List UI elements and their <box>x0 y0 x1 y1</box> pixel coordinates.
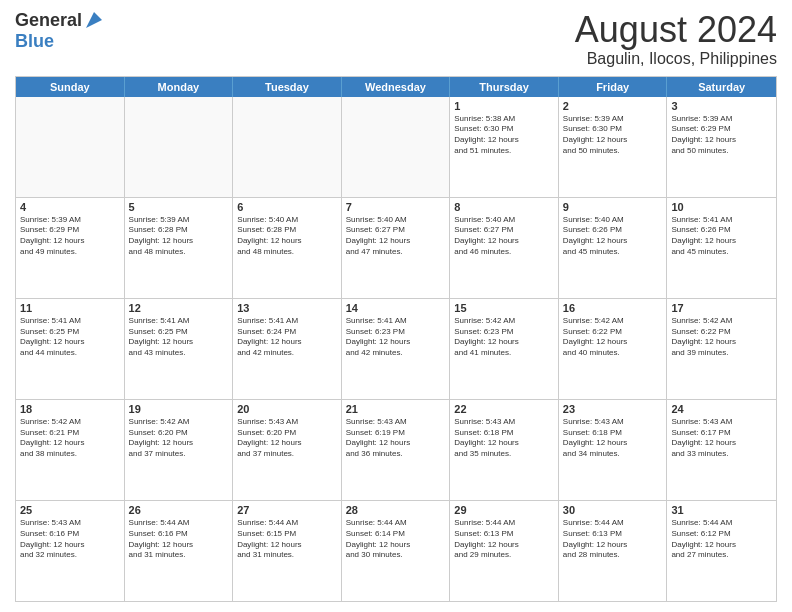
day-info: Sunrise: 5:42 AM Sunset: 6:23 PM Dayligh… <box>454 316 554 359</box>
day-info: Sunrise: 5:43 AM Sunset: 6:19 PM Dayligh… <box>346 417 446 460</box>
day-info: Sunrise: 5:41 AM Sunset: 6:26 PM Dayligh… <box>671 215 772 258</box>
day-info: Sunrise: 5:40 AM Sunset: 6:28 PM Dayligh… <box>237 215 337 258</box>
calendar-row: 1Sunrise: 5:38 AM Sunset: 6:30 PM Daylig… <box>16 97 776 198</box>
day-number: 27 <box>237 504 337 516</box>
day-info: Sunrise: 5:42 AM Sunset: 6:22 PM Dayligh… <box>671 316 772 359</box>
day-info: Sunrise: 5:42 AM Sunset: 6:21 PM Dayligh… <box>20 417 120 460</box>
day-info: Sunrise: 5:43 AM Sunset: 6:20 PM Dayligh… <box>237 417 337 460</box>
day-number: 12 <box>129 302 229 314</box>
calendar-cell: 24Sunrise: 5:43 AM Sunset: 6:17 PM Dayli… <box>667 400 776 500</box>
day-number: 25 <box>20 504 120 516</box>
day-number: 3 <box>671 100 772 112</box>
calendar-cell: 9Sunrise: 5:40 AM Sunset: 6:26 PM Daylig… <box>559 198 668 298</box>
day-number: 9 <box>563 201 663 213</box>
day-info: Sunrise: 5:43 AM Sunset: 6:18 PM Dayligh… <box>454 417 554 460</box>
calendar-cell: 26Sunrise: 5:44 AM Sunset: 6:16 PM Dayli… <box>125 501 234 601</box>
calendar-cell: 4Sunrise: 5:39 AM Sunset: 6:29 PM Daylig… <box>16 198 125 298</box>
calendar-cell: 22Sunrise: 5:43 AM Sunset: 6:18 PM Dayli… <box>450 400 559 500</box>
calendar-cell: 25Sunrise: 5:43 AM Sunset: 6:16 PM Dayli… <box>16 501 125 601</box>
calendar-row: 25Sunrise: 5:43 AM Sunset: 6:16 PM Dayli… <box>16 501 776 601</box>
day-number: 22 <box>454 403 554 415</box>
calendar-cell <box>233 97 342 197</box>
header: General Blue August 2024 Bagulin, Ilocos… <box>15 10 777 68</box>
day-number: 11 <box>20 302 120 314</box>
day-info: Sunrise: 5:42 AM Sunset: 6:22 PM Dayligh… <box>563 316 663 359</box>
calendar-cell: 11Sunrise: 5:41 AM Sunset: 6:25 PM Dayli… <box>16 299 125 399</box>
day-number: 5 <box>129 201 229 213</box>
day-number: 4 <box>20 201 120 213</box>
day-number: 18 <box>20 403 120 415</box>
calendar-cell: 18Sunrise: 5:42 AM Sunset: 6:21 PM Dayli… <box>16 400 125 500</box>
calendar-row: 18Sunrise: 5:42 AM Sunset: 6:21 PM Dayli… <box>16 400 776 501</box>
calendar-cell: 17Sunrise: 5:42 AM Sunset: 6:22 PM Dayli… <box>667 299 776 399</box>
day-info: Sunrise: 5:41 AM Sunset: 6:23 PM Dayligh… <box>346 316 446 359</box>
day-number: 15 <box>454 302 554 314</box>
calendar-cell: 6Sunrise: 5:40 AM Sunset: 6:28 PM Daylig… <box>233 198 342 298</box>
calendar-cell: 8Sunrise: 5:40 AM Sunset: 6:27 PM Daylig… <box>450 198 559 298</box>
calendar-cell: 12Sunrise: 5:41 AM Sunset: 6:25 PM Dayli… <box>125 299 234 399</box>
day-info: Sunrise: 5:40 AM Sunset: 6:27 PM Dayligh… <box>346 215 446 258</box>
day-number: 19 <box>129 403 229 415</box>
calendar-cell: 27Sunrise: 5:44 AM Sunset: 6:15 PM Dayli… <box>233 501 342 601</box>
day-number: 13 <box>237 302 337 314</box>
day-info: Sunrise: 5:39 AM Sunset: 6:30 PM Dayligh… <box>563 114 663 157</box>
calendar-cell: 5Sunrise: 5:39 AM Sunset: 6:28 PM Daylig… <box>125 198 234 298</box>
day-info: Sunrise: 5:39 AM Sunset: 6:29 PM Dayligh… <box>671 114 772 157</box>
logo-blue: Blue <box>15 31 54 52</box>
day-info: Sunrise: 5:44 AM Sunset: 6:13 PM Dayligh… <box>563 518 663 561</box>
calendar-cell: 29Sunrise: 5:44 AM Sunset: 6:13 PM Dayli… <box>450 501 559 601</box>
calendar-body: 1Sunrise: 5:38 AM Sunset: 6:30 PM Daylig… <box>16 97 776 601</box>
day-info: Sunrise: 5:39 AM Sunset: 6:29 PM Dayligh… <box>20 215 120 258</box>
day-number: 7 <box>346 201 446 213</box>
day-number: 14 <box>346 302 446 314</box>
day-info: Sunrise: 5:38 AM Sunset: 6:30 PM Dayligh… <box>454 114 554 157</box>
calendar-row: 4Sunrise: 5:39 AM Sunset: 6:29 PM Daylig… <box>16 198 776 299</box>
subtitle: Bagulin, Ilocos, Philippines <box>575 50 777 68</box>
day-number: 31 <box>671 504 772 516</box>
day-info: Sunrise: 5:44 AM Sunset: 6:13 PM Dayligh… <box>454 518 554 561</box>
calendar-cell: 30Sunrise: 5:44 AM Sunset: 6:13 PM Dayli… <box>559 501 668 601</box>
calendar-cell <box>16 97 125 197</box>
day-info: Sunrise: 5:39 AM Sunset: 6:28 PM Dayligh… <box>129 215 229 258</box>
day-number: 6 <box>237 201 337 213</box>
day-info: Sunrise: 5:41 AM Sunset: 6:25 PM Dayligh… <box>20 316 120 359</box>
calendar-cell: 19Sunrise: 5:42 AM Sunset: 6:20 PM Dayli… <box>125 400 234 500</box>
day-info: Sunrise: 5:44 AM Sunset: 6:16 PM Dayligh… <box>129 518 229 561</box>
page: General Blue August 2024 Bagulin, Ilocos… <box>0 0 792 612</box>
day-info: Sunrise: 5:43 AM Sunset: 6:16 PM Dayligh… <box>20 518 120 561</box>
calendar-cell: 7Sunrise: 5:40 AM Sunset: 6:27 PM Daylig… <box>342 198 451 298</box>
day-info: Sunrise: 5:43 AM Sunset: 6:17 PM Dayligh… <box>671 417 772 460</box>
day-info: Sunrise: 5:41 AM Sunset: 6:24 PM Dayligh… <box>237 316 337 359</box>
day-info: Sunrise: 5:44 AM Sunset: 6:14 PM Dayligh… <box>346 518 446 561</box>
day-number: 16 <box>563 302 663 314</box>
day-number: 21 <box>346 403 446 415</box>
day-number: 24 <box>671 403 772 415</box>
calendar-header-day: Sunday <box>16 77 125 97</box>
calendar-header-day: Monday <box>125 77 234 97</box>
calendar-cell <box>342 97 451 197</box>
calendar-row: 11Sunrise: 5:41 AM Sunset: 6:25 PM Dayli… <box>16 299 776 400</box>
logo: General Blue <box>15 10 104 52</box>
calendar-cell: 31Sunrise: 5:44 AM Sunset: 6:12 PM Dayli… <box>667 501 776 601</box>
calendar-cell: 28Sunrise: 5:44 AM Sunset: 6:14 PM Dayli… <box>342 501 451 601</box>
calendar: SundayMondayTuesdayWednesdayThursdayFrid… <box>15 76 777 602</box>
day-info: Sunrise: 5:42 AM Sunset: 6:20 PM Dayligh… <box>129 417 229 460</box>
day-info: Sunrise: 5:43 AM Sunset: 6:18 PM Dayligh… <box>563 417 663 460</box>
day-number: 26 <box>129 504 229 516</box>
calendar-header-day: Thursday <box>450 77 559 97</box>
day-number: 28 <box>346 504 446 516</box>
calendar-header-day: Saturday <box>667 77 776 97</box>
calendar-header-day: Wednesday <box>342 77 451 97</box>
calendar-header-day: Friday <box>559 77 668 97</box>
day-info: Sunrise: 5:44 AM Sunset: 6:12 PM Dayligh… <box>671 518 772 561</box>
calendar-cell: 16Sunrise: 5:42 AM Sunset: 6:22 PM Dayli… <box>559 299 668 399</box>
calendar-cell: 20Sunrise: 5:43 AM Sunset: 6:20 PM Dayli… <box>233 400 342 500</box>
day-number: 8 <box>454 201 554 213</box>
day-number: 1 <box>454 100 554 112</box>
calendar-header-day: Tuesday <box>233 77 342 97</box>
day-info: Sunrise: 5:44 AM Sunset: 6:15 PM Dayligh… <box>237 518 337 561</box>
day-number: 30 <box>563 504 663 516</box>
calendar-cell: 15Sunrise: 5:42 AM Sunset: 6:23 PM Dayli… <box>450 299 559 399</box>
day-info: Sunrise: 5:40 AM Sunset: 6:27 PM Dayligh… <box>454 215 554 258</box>
day-number: 17 <box>671 302 772 314</box>
